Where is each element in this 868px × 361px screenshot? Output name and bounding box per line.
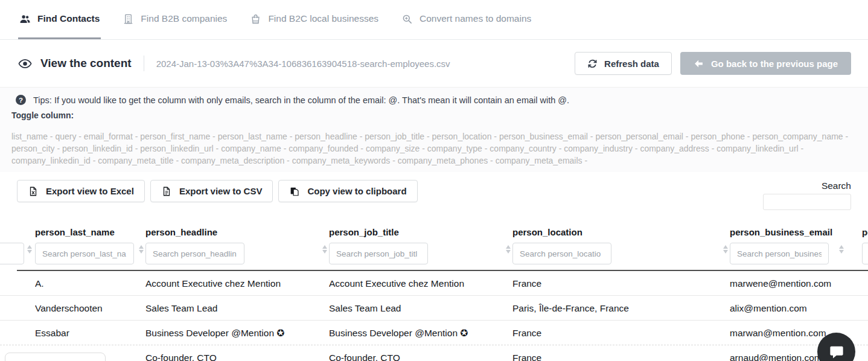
- column-filter-person_last_name[interactable]: [35, 243, 134, 264]
- title-divider: [144, 56, 144, 71]
- table-cell-person_last_name: Vanderschooten: [35, 296, 138, 321]
- toggle-column-company_founded[interactable]: company_founded: [289, 144, 358, 153]
- sort-up-icon: [723, 245, 728, 249]
- shopping-bag-icon: [250, 13, 261, 25]
- excel-file-icon: [28, 186, 39, 197]
- toggle-column-company_country[interactable]: company_country: [490, 144, 557, 153]
- table-cell-person_location: France: [512, 321, 723, 345]
- toggle-column-person_company_name[interactable]: person_company_name: [752, 132, 843, 141]
- sort-up-icon: [27, 245, 32, 249]
- column-header-person_last_name[interactable]: person_last_name: [35, 227, 115, 237]
- toggle-column-company_meta_phones[interactable]: company_meta_phones: [398, 156, 488, 165]
- column-header-person_location[interactable]: person_location: [512, 227, 582, 237]
- toggle-column-company_type[interactable]: company_type: [427, 144, 482, 153]
- tips-text: Tips: If you would like to get the colum…: [33, 95, 569, 105]
- toggle-column-company_address[interactable]: company_address: [640, 144, 709, 153]
- export-view-to-excel-button[interactable]: Export view to Excel: [17, 180, 145, 202]
- copy-view-to-clipboard-button[interactable]: Copy view to clipboard: [278, 180, 417, 202]
- table-cell-person_job_title: Business Developer @Mention ✪: [329, 321, 505, 345]
- global-search-label: Search: [822, 180, 851, 191]
- tab-convert-names-to-domains[interactable]: Convert names to domains: [400, 0, 532, 39]
- toggle-column-company_meta_title[interactable]: company_meta_title: [98, 156, 173, 165]
- toggle-column-company_meta_emails[interactable]: company_meta_emails: [496, 156, 582, 165]
- table-row: EssabarBusiness Developer @Mention ✪Busi…: [0, 321, 868, 345]
- table-row: VanderschootenSales Team LeadSales Team …: [0, 296, 868, 321]
- export-button-label: Copy view to clipboard: [307, 186, 406, 196]
- sort-up-icon: [139, 245, 144, 249]
- toggle-column-label: Toggle column:: [11, 110, 74, 120]
- global-search-input[interactable]: [763, 194, 851, 210]
- column-header-person_headline[interactable]: person_headline: [145, 227, 217, 237]
- sort-arrows-icon[interactable]: [27, 245, 33, 254]
- column-filter-person_location[interactable]: [512, 243, 611, 264]
- toggle-column-email_format[interactable]: email_format: [84, 132, 133, 141]
- toggle-column-person_last_name[interactable]: person_last_name: [218, 132, 287, 141]
- toggle-column-query[interactable]: query: [55, 132, 76, 141]
- toggle-column-person_city[interactable]: person_city: [11, 144, 55, 153]
- tab-label: Find Contacts: [37, 13, 100, 24]
- sort-arrows-icon[interactable]: [322, 245, 328, 254]
- chat-bubble-icon: [828, 343, 846, 361]
- table-row: Co-founder, CTOCo-founder, CTOFrancearna…: [0, 345, 868, 361]
- table-cell-person_business_email: alix@mention.com: [730, 296, 861, 321]
- column-header-person_business_email[interactable]: person_business_email: [730, 227, 832, 237]
- toggle-column-company_meta_keywords[interactable]: company_meta_keywords: [292, 156, 391, 165]
- toggle-column-company_industry[interactable]: company_industry: [564, 144, 633, 153]
- column-header-person_job_title[interactable]: person_job_title: [329, 227, 399, 237]
- toggle-column-person_linkedin_id[interactable]: person_linkedin_id: [62, 144, 133, 153]
- toggle-column-person_location[interactable]: person_location: [432, 132, 492, 141]
- table-cell-person_headline: Business Developer @Mention ✪: [145, 321, 322, 345]
- page-title: View the content: [40, 57, 132, 70]
- column-filter-person_personal_email[interactable]: [862, 243, 868, 264]
- go-back-button[interactable]: Go back to the previous page: [680, 52, 851, 75]
- table-cell-person_headline: Sales Team Lead: [145, 296, 322, 321]
- building-icon: [123, 13, 134, 25]
- sort-down-icon: [139, 250, 144, 254]
- sort-arrows-icon[interactable]: [723, 245, 729, 254]
- toggle-column-company_linkedin_id[interactable]: company_linkedin_id: [11, 156, 91, 165]
- toggle-column-person_personal_email[interactable]: person_personal_email: [595, 132, 683, 141]
- sort-down-icon: [27, 250, 32, 254]
- sort-up-icon: [322, 245, 327, 249]
- table-cell-person_business_email: marwene@mention.com: [730, 271, 861, 296]
- partial-overlay-box[interactable]: [5, 353, 106, 361]
- tab-find-b2b-companies[interactable]: Find B2B companies: [121, 0, 228, 39]
- column-filter-person_business_email[interactable]: [730, 243, 829, 264]
- export-button-label: Export view to Excel: [46, 186, 134, 196]
- sort-arrows-icon[interactable]: [838, 245, 844, 254]
- csv-filename: 2024-Jan-13-03%3A47%3A34-106836163904518…: [156, 59, 450, 69]
- sort-down-icon: [506, 250, 511, 254]
- refresh-data-button[interactable]: Refresh data: [575, 52, 672, 75]
- toggle-column-list: list_name - query - email_format - perso…: [11, 130, 852, 167]
- sort-arrows-icon[interactable]: [138, 245, 144, 254]
- export-view-to-csv-button[interactable]: Export view to CSV: [150, 180, 273, 202]
- toggle-column-company_linkedin_url[interactable]: company_linkedin_url: [716, 144, 798, 153]
- toggle-column-company_meta_description[interactable]: company_meta_description: [181, 156, 284, 165]
- toggle-column-person_linkedin_url[interactable]: person_linkedin_url: [140, 144, 213, 153]
- tab-find-b2c-local-businesses[interactable]: Find B2C local businesses: [249, 0, 380, 39]
- table-cell-person_job_title: Account Executive chez Mention: [329, 271, 505, 296]
- table-cell-person_location: France: [512, 345, 723, 361]
- toggle-column-person_phone[interactable]: person_phone: [691, 132, 745, 141]
- sort-down-icon: [839, 250, 844, 254]
- sort-up-icon: [839, 245, 844, 249]
- toggle-column-person_first_name[interactable]: person_first_name: [140, 132, 210, 141]
- column-header-person_personal_email[interactable]: person_personal_email: [862, 227, 868, 237]
- column-filter-person_job_title[interactable]: [329, 243, 428, 264]
- sort-arrows-icon[interactable]: [505, 245, 511, 254]
- toggle-column-person_headline[interactable]: person_headline: [295, 132, 357, 141]
- tab-find-contacts[interactable]: Find Contacts: [18, 0, 101, 39]
- column-filter-person_headline[interactable]: [145, 243, 244, 264]
- sort-down-icon: [723, 250, 728, 254]
- toggle-column-list_name[interactable]: list_name: [11, 132, 48, 141]
- toggle-column-company_size[interactable]: company_size: [366, 144, 420, 153]
- table-cell-person_job_title: Co-founder, CTO: [329, 345, 505, 361]
- table-cell-person_last_name: A.: [35, 271, 138, 296]
- toolbar: Export view to ExcelExport view to CSVCo…: [0, 172, 868, 222]
- table-row: A.Account Executive chez MentionAccount …: [0, 271, 868, 296]
- toggle-column-person_business_email[interactable]: person_business_email: [499, 132, 588, 141]
- tab-label: Convert names to domains: [420, 13, 531, 24]
- toggle-column-person_job_title[interactable]: person_job_title: [365, 132, 424, 141]
- partial-left-column-filter[interactable]: [0, 243, 24, 264]
- toggle-column-company_name[interactable]: company_name: [221, 144, 281, 153]
